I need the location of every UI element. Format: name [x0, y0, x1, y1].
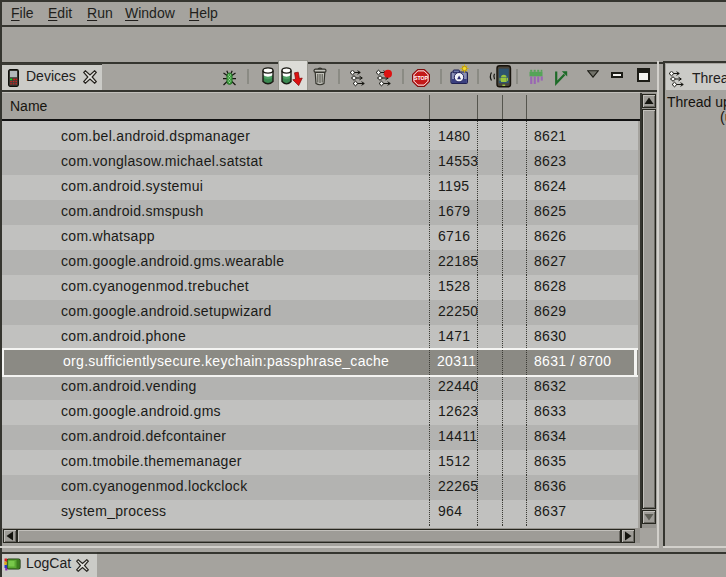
svg-text:STOP: STOP	[414, 75, 429, 81]
